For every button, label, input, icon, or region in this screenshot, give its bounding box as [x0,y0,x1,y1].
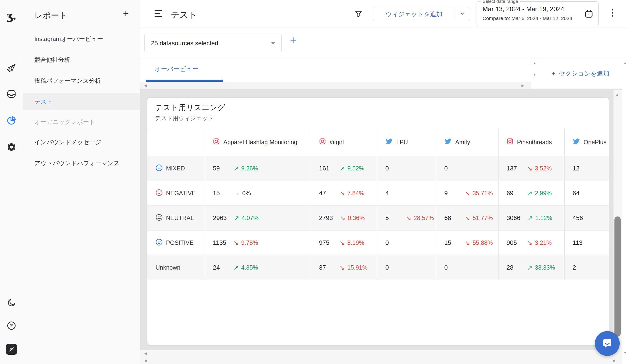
scrollbar-thumb[interactable] [615,217,621,337]
change-percent: 4.35% [241,264,258,271]
metric-change: ↗1.12% [527,214,552,222]
change-percent: 3.52% [535,165,552,172]
pie-chart-icon [6,116,16,126]
scroll-left-icon[interactable]: ◀ [144,351,147,356]
page-horizontal-scrollbar[interactable]: ◀ ▶ [140,357,622,364]
metric-cell: 37↘15.91% [311,255,377,280]
trend-up-icon: ↗ [234,264,239,271]
metric-cell: 0 [436,255,498,280]
table-row: Unknown24↗4.35%37↘15.91%0028↗33.33%2 [148,255,609,280]
sidebar: レポート + Instagramオーバービュー競合他社分析投稿パフォーマンス分析… [23,0,141,364]
scroll-right-icon[interactable]: ▶ [521,83,524,88]
metric-value: 59 [213,165,226,172]
add-widget-menu-button[interactable] [455,7,470,21]
scroll-up-icon[interactable]: ▲ [616,92,619,97]
sidebar-item[interactable]: 投稿パフォーマンス分析 [23,72,140,89]
metric-cell: 3066↗1.12% [498,206,564,231]
metric-value: 905 [507,239,520,246]
metric-value: 37 [319,264,332,271]
scroll-up-icon[interactable]: ▲ [623,60,627,66]
sentiment-label: MIXED [166,165,185,172]
metric-cell: 24↗4.35% [205,255,311,280]
sentiment-label: NEGATIVE [166,190,196,197]
metric-cell: 113 [564,231,609,255]
moon-icon [7,298,16,308]
metric-cell: 59↗9.26% [205,156,311,181]
chat-support-button[interactable] [595,331,620,356]
metric-change: →0% [234,190,251,197]
scroll-left-icon[interactable]: ◀ [144,83,147,88]
content-vertical-scrollbar[interactable]: ▲ [614,90,622,350]
topbar: テスト ウィジェットを追加 Select date range Mar 13, … [140,0,629,28]
inner-horizontal-scrollbar[interactable]: ◀ [140,350,622,357]
instagram-icon [319,138,326,146]
column-name: OnePlus [584,139,607,146]
metric-change: ↘8.19% [340,239,364,247]
trend-down-icon: ↘ [465,239,471,247]
sidebar-item[interactable]: アウトバウンドパフォーマンス [23,154,140,172]
calendar-icon: 1 [584,9,593,19]
metric-value: 975 [319,239,332,246]
datasource-column-header: #itgirl [311,128,377,156]
sidebar-item[interactable]: オーガニックレポート [23,113,140,130]
metric-value: 68 [444,214,458,222]
table-row: MIXED59↗9.26%161↗9.52%00137↘3.52%12 [148,156,609,181]
datasource-select[interactable]: 25 datasources selected [144,34,282,52]
sidebar-item[interactable]: Instagramオーバービュー [23,30,140,47]
add-datasource-button[interactable]: + [290,35,296,45]
metric-change: ↗4.07% [234,214,259,222]
scroll-left-icon[interactable]: ◀ [144,358,147,363]
tab-overview[interactable]: オーバービュー [155,65,198,73]
column-name: LPU [396,139,408,146]
add-widget-button[interactable]: ウィジェットを追加 [373,7,455,21]
filter-button[interactable] [354,9,363,19]
sentiment-label-cell: NEGATIVE [148,181,205,206]
metric-cell: 9↘35.71% [436,181,498,206]
sidebar-divider [23,111,140,111]
scroll-up-icon[interactable]: ▲ [533,61,536,66]
trend-up-icon: ↗ [234,214,239,222]
scroll-right-icon[interactable]: ▶ [613,358,616,363]
send-button[interactable] [0,58,23,77]
help-button[interactable]: ? [0,317,23,335]
add-section-button[interactable]: + セクションを追加 [539,58,622,89]
tab-vertical-scrollbar[interactable]: ▲ ▼ [532,58,538,82]
sidebar-item[interactable]: 競合他社分析 [23,51,140,68]
sidebar-item[interactable]: インバウンドメッセージ [23,133,140,151]
page-vertical-scrollbar[interactable]: ▲ ▼ [622,58,629,364]
table-row: NEUTRAL2963↗4.07%2793↘0.36%5↘28.57%68↘51… [148,206,609,231]
reports-button[interactable] [0,112,23,130]
metric-change: ↘3.52% [527,165,552,172]
date-range-picker[interactable]: Select date range Mar 13, 2024 - Mar 19,… [476,1,599,26]
positive-face-icon [156,239,163,247]
tab-horizontal-scrollbar[interactable]: ◀ ▶ [140,82,531,89]
trend-down-icon: ↘ [340,239,345,247]
settings-button[interactable] [0,138,23,156]
menu-icon[interactable] [155,10,163,17]
inbox-button[interactable] [0,85,23,103]
scroll-down-icon[interactable]: ▼ [623,350,627,356]
add-report-button[interactable]: + [123,8,129,19]
metric-cell: 64 [564,181,609,206]
trend-up-icon: ↗ [527,190,533,197]
widget-subtitle: テスト用ウィジェット [155,115,213,122]
icon-rail: ʒ. ? [0,0,23,364]
sidebar-item[interactable]: テスト [23,93,140,110]
metric-value: 3066 [507,214,520,222]
dark-mode-button[interactable] [0,294,23,312]
brand-logo[interactable]: ʒ. [0,7,23,25]
trend-up-icon: ↗ [527,214,533,222]
datasource-column-header: Pinsnthreads [498,128,564,156]
metric-cell: 1135↘9.78% [205,231,311,255]
twitter-icon [385,138,393,146]
more-options-button[interactable] [610,9,616,17]
metric-value: 24 [213,264,226,271]
twitter-icon [444,138,452,146]
app-root: ʒ. ? [0,0,629,364]
app-badge-button[interactable] [0,340,23,358]
scroll-down-icon[interactable]: ▼ [533,72,536,77]
trend-down-icon: ↘ [340,190,345,197]
trend-down-icon: ↘ [340,214,345,222]
help-icon: ? [6,321,16,331]
datasource-column-header: Amity [436,128,498,156]
